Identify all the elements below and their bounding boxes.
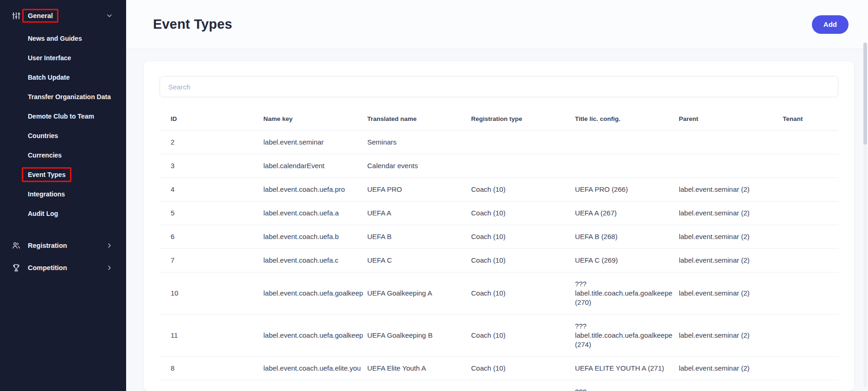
cell-registration-type: Coach (10) [471, 380, 575, 391]
cell-parent [679, 131, 783, 154]
cell-title-lic-config: UEFA PRO (266) [575, 178, 679, 202]
cell-name-key: label.event.coach.uefa.a [263, 202, 367, 225]
table-row[interactable]: 11 label.event.coach.uefa.goalkeep UEFA … [160, 315, 838, 357]
sidebar-section-gap [0, 229, 126, 234]
cell-id: 3 [160, 154, 263, 178]
table-row[interactable]: 10 label.event.coach.uefa.goalkeep UEFA … [160, 272, 838, 315]
cell-registration-type: Coach (10) [471, 315, 575, 357]
sidebar-item-label: Event Types [28, 171, 65, 178]
table-row[interactable]: 2 label.event.seminar Seminars [160, 131, 838, 154]
sidebar-item-competition-label: Competition [28, 264, 67, 271]
cell-title-lic-config: UEFA C (269) [575, 249, 679, 272]
sliders-icon [11, 11, 21, 21]
sidebar-item-label: Integrations [28, 190, 65, 198]
chevron-right-icon [106, 264, 113, 271]
cell-parent: label.event.seminar (2) [679, 249, 783, 272]
sidebar-item-label: News and Guides [28, 35, 82, 42]
sidebar-item-user-interface[interactable]: User Interface [0, 48, 126, 68]
table-row[interactable]: 5 label.event.coach.uefa.a UEFA A Coach … [160, 202, 838, 225]
column-header-tenant: Tenant [783, 103, 838, 131]
table-row[interactable]: 3 label.calendarEvent Calendar events [160, 154, 838, 178]
cell-name-key: label.event.coach.uefa.goalkeep [263, 272, 367, 315]
sidebar-item-event-types[interactable]: Event Types [0, 165, 126, 184]
cell-translated-name: UEFA PRO [367, 178, 471, 202]
cell-tenant [783, 380, 838, 391]
sidebar-item-general[interactable]: General [0, 5, 126, 27]
cell-id: 2 [160, 131, 263, 154]
cell-translated-name: UEFA A [367, 202, 471, 225]
cell-id: 9 [160, 380, 263, 391]
cell-translated-name: UEFA Goalkeeping A [367, 272, 471, 315]
add-button[interactable]: Add [812, 15, 849, 34]
annotation-highlight-event-types: Event Types [22, 167, 71, 182]
sidebar-item-currencies[interactable]: Currencies [0, 145, 126, 165]
column-header-parent: Parent [679, 103, 783, 131]
cell-parent: label.event.seminar (2) [679, 357, 783, 380]
chevron-down-icon [106, 12, 113, 19]
cell-name-key: label.event.coach.uefa.youth.b [263, 380, 367, 391]
sidebar-item-registration[interactable]: Registration [0, 234, 126, 257]
table-row[interactable]: 7 label.event.coach.uefa.c UEFA C Coach … [160, 249, 838, 272]
cell-id: 10 [160, 272, 263, 315]
sidebar-item-general-label: General [28, 12, 53, 19]
cell-tenant [783, 178, 838, 202]
cell-id: 6 [160, 225, 263, 249]
table-row[interactable]: 9 label.event.coach.uefa.youth.b UEFA Yo… [160, 380, 838, 391]
sidebar-item-transfer-organization-data[interactable]: Transfer Organization Data [0, 87, 126, 107]
sidebar-item-label: Demote Club to Team [28, 113, 94, 120]
cell-title-lic-config: ??? label.title.coach.uefa.goalkeepe (27… [575, 272, 679, 315]
column-header-name-key: Name key [263, 103, 367, 131]
cell-name-key: label.calendarEvent [263, 154, 367, 178]
cell-tenant [783, 154, 838, 178]
cell-parent: label.event.seminar (2) [679, 380, 783, 391]
cell-tenant [783, 315, 838, 357]
cell-translated-name: Calendar events [367, 154, 471, 178]
page-title: Event Types [153, 17, 232, 32]
cell-name-key: label.event.coach.uefa.elite.you [263, 357, 367, 380]
cell-tenant [783, 202, 838, 225]
table-row[interactable]: 4 label.event.coach.uefa.pro UEFA PRO Co… [160, 178, 838, 202]
sidebar-item-competition[interactable]: Competition [0, 257, 126, 279]
sidebar-item-demote-club-to-team[interactable]: Demote Club to Team [0, 107, 126, 126]
cell-id: 5 [160, 202, 263, 225]
page-header: Event Types Add [126, 0, 868, 49]
sidebar-item-countries[interactable]: Countries [0, 126, 126, 145]
search-input[interactable] [160, 76, 838, 97]
cell-title-lic-config [575, 154, 679, 178]
chevron-right-icon [106, 242, 113, 249]
cell-translated-name: UEFA Elite Youth A [367, 357, 471, 380]
sidebar-item-label: Audit Log [28, 210, 58, 217]
sidebar-item-label: User Interface [28, 54, 71, 62]
scrollbar-thumb[interactable] [863, 43, 867, 145]
cell-id: 7 [160, 249, 263, 272]
cell-parent: label.event.seminar (2) [679, 225, 783, 249]
cell-tenant [783, 357, 838, 380]
column-header-registration-type: Registration type [471, 103, 575, 131]
cell-title-lic-config: ??? label.title.coach.uefa.goalkeepe (27… [575, 315, 679, 357]
cell-tenant [783, 225, 838, 249]
event-types-table: ID Name key Translated name Registration… [160, 103, 838, 391]
cell-registration-type: Coach (10) [471, 202, 575, 225]
main-content: Event Types Add ID Name key Translated n… [126, 0, 868, 391]
cell-parent [679, 154, 783, 178]
cell-parent: label.event.seminar (2) [679, 315, 783, 357]
scrollbar[interactable] [863, 43, 867, 387]
sidebar-item-registration-label: Registration [28, 242, 67, 249]
sidebar-general-subnav: News and Guides User Interface Batch Upd… [0, 27, 126, 229]
app-root: General News and Guides User Interface B… [0, 0, 868, 391]
trophy-icon [11, 263, 21, 273]
sidebar-item-label: Currencies [28, 151, 62, 159]
sidebar-item-news-and-guides[interactable]: News and Guides [0, 29, 126, 48]
sidebar-item-integrations[interactable]: Integrations [0, 184, 126, 204]
cell-registration-type [471, 154, 575, 178]
cell-translated-name: UEFA C [367, 249, 471, 272]
cell-tenant [783, 131, 838, 154]
table-row[interactable]: 6 label.event.coach.uefa.b UEFA B Coach … [160, 225, 838, 249]
sidebar-item-batch-update[interactable]: Batch Update [0, 68, 126, 87]
table-row[interactable]: 8 label.event.coach.uefa.elite.you UEFA … [160, 357, 838, 380]
cell-registration-type [471, 131, 575, 154]
cell-parent: label.event.seminar (2) [679, 178, 783, 202]
cell-name-key: label.event.seminar [263, 131, 367, 154]
sidebar-item-audit-log[interactable]: Audit Log [0, 204, 126, 223]
column-header-id: ID [160, 103, 263, 131]
